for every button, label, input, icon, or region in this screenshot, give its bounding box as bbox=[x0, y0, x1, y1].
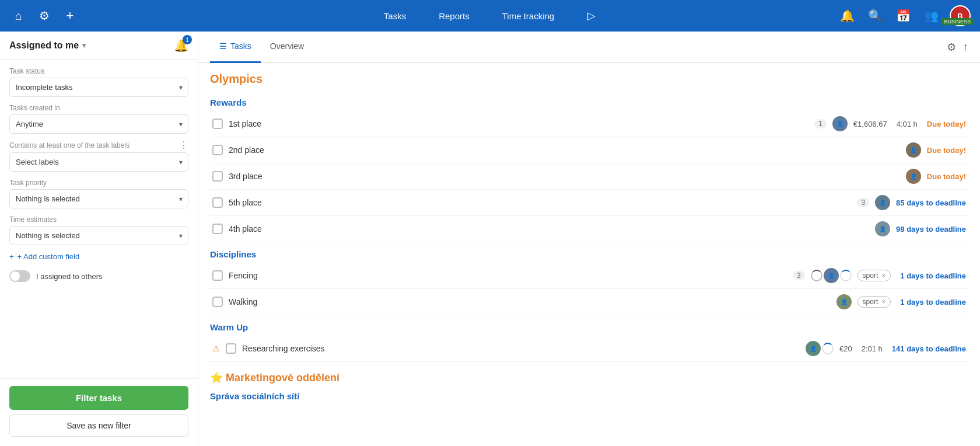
notifications-icon[interactable]: 🔔 bbox=[838, 6, 856, 25]
labels-label: Contains at least one of the task labels bbox=[9, 141, 130, 149]
avatar: 👤 bbox=[875, 195, 890, 210]
table-row[interactable]: 3rd place 👤 Due today! bbox=[210, 163, 968, 190]
task-name: 3rd place bbox=[229, 172, 900, 181]
task-deadline: 85 days to deadline bbox=[896, 198, 966, 207]
task-meta: sport × 1 days to deadline bbox=[858, 270, 966, 281]
task-checkbox[interactable] bbox=[212, 197, 223, 208]
calendar-icon[interactable]: 📅 bbox=[894, 6, 912, 25]
tasks-created-label: Tasks created in bbox=[9, 104, 188, 112]
avatar: 👤 bbox=[875, 221, 890, 236]
task-meta: 98 days to deadline bbox=[896, 225, 966, 234]
notification-badge: 1 bbox=[183, 35, 192, 44]
top-navigation: ⌂ ⚙ + Tasks Reports Time tracking ▷ 🔔 🔍 … bbox=[0, 0, 980, 32]
table-row[interactable]: Fencing 3 👤 sport × 1 days to deadline bbox=[210, 263, 968, 289]
task-avatars: 👤 bbox=[906, 142, 921, 158]
add-icon[interactable]: + bbox=[61, 6, 79, 25]
priority-select-wrap: Nothing is selected Low Medium High ▾ bbox=[9, 189, 188, 208]
task-name: 4th place bbox=[229, 224, 869, 234]
tasks-created-select-wrap: Anytime Today This week This month ▾ bbox=[9, 114, 188, 134]
time-select[interactable]: Nothing is selected bbox=[9, 226, 188, 245]
table-row[interactable]: ⚠ Researching exercises 👤 €20 2:01 h 141… bbox=[210, 336, 968, 362]
nav-projects[interactable]: Tasks bbox=[379, 9, 411, 23]
task-name: Fencing bbox=[229, 271, 787, 280]
settings-icon[interactable]: ⚙ bbox=[35, 6, 54, 25]
task-avatars: 👤 bbox=[832, 116, 848, 131]
task-checkbox[interactable] bbox=[212, 224, 223, 234]
task-time: 4:01 h bbox=[897, 120, 918, 128]
task-meta: €20 2:01 h 141 days to deadline bbox=[839, 344, 966, 353]
table-row[interactable]: 5th place 3 👤 85 days to deadline bbox=[210, 190, 968, 216]
task-count: 1 bbox=[814, 119, 827, 128]
group-warm-up: Warm Up bbox=[210, 315, 968, 336]
users-icon[interactable]: 👥 bbox=[922, 6, 940, 25]
task-count: 3 bbox=[857, 198, 869, 207]
task-avatars: 👤 bbox=[806, 341, 834, 356]
task-name: Walking bbox=[229, 297, 831, 306]
task-name: 1st place bbox=[229, 119, 808, 128]
task-deadline: Due today! bbox=[927, 146, 966, 155]
assigned-to-me-title[interactable]: Assigned to me ▾ bbox=[9, 40, 86, 51]
remove-tag-icon[interactable]: × bbox=[881, 298, 886, 306]
task-price: €20 bbox=[839, 344, 852, 353]
sidebar-title-text: Assigned to me bbox=[9, 40, 79, 51]
chevron-down-icon: ▾ bbox=[82, 41, 86, 50]
task-name: Researching exercises bbox=[242, 344, 800, 353]
sidebar-footer: Filter tasks Save as new filter bbox=[0, 378, 198, 446]
tab-tasks[interactable]: ☰ Tasks bbox=[210, 32, 261, 63]
priority-label: Task priority bbox=[9, 179, 188, 187]
task-count: 3 bbox=[793, 271, 805, 280]
table-row[interactable]: 4th place 👤 98 days to deadline bbox=[210, 216, 968, 242]
task-status-select[interactable]: Incomplete tasks Complete tasks All task… bbox=[9, 78, 188, 97]
task-name: 5th place bbox=[229, 198, 851, 207]
assigned-to-others-toggle[interactable] bbox=[9, 270, 30, 282]
avatar: 👤 bbox=[832, 116, 848, 131]
remove-tag-icon[interactable]: × bbox=[881, 271, 886, 280]
task-meta: 85 days to deadline bbox=[896, 198, 966, 207]
tasks-created-select[interactable]: Anytime Today This week This month bbox=[9, 114, 188, 134]
nav-reports[interactable]: Reports bbox=[434, 9, 474, 23]
task-deadline: 141 days to deadline bbox=[892, 344, 966, 353]
save-as-new-filter-button[interactable]: Save as new filter bbox=[9, 414, 188, 437]
task-deadline: 1 days to deadline bbox=[900, 271, 966, 280]
task-checkbox[interactable] bbox=[212, 145, 223, 155]
task-time: 2:01 h bbox=[862, 344, 883, 353]
task-checkbox[interactable] bbox=[212, 297, 223, 307]
spin-icon bbox=[811, 270, 822, 281]
notification-bell[interactable]: 🔔 1 bbox=[174, 39, 188, 53]
tab-overview[interactable]: Overview bbox=[261, 32, 313, 63]
table-row[interactable]: 1st place 1 👤 €1,606.67 4:01 h Due today… bbox=[210, 111, 968, 137]
group-rewards: Rewards bbox=[210, 90, 968, 111]
search-icon[interactable]: 🔍 bbox=[866, 6, 884, 25]
settings-icon[interactable]: ⚙ bbox=[947, 41, 956, 54]
filter-tasks-button[interactable]: Filter tasks bbox=[9, 386, 188, 410]
more-options-icon[interactable]: ⋮ bbox=[179, 141, 188, 150]
toggle-row: I assigned to others bbox=[9, 266, 188, 287]
task-checkbox[interactable] bbox=[212, 119, 223, 129]
task-deadline: 98 days to deadline bbox=[896, 225, 966, 234]
avatar: 👤 bbox=[836, 294, 852, 309]
sidebar-header: Assigned to me ▾ 🔔 1 bbox=[0, 32, 198, 60]
task-deadline: Due today! bbox=[927, 172, 966, 181]
add-custom-field-button[interactable]: + + Add custom field bbox=[9, 248, 188, 266]
task-avatars: 👤 bbox=[836, 294, 852, 309]
table-row[interactable]: Walking 👤 sport × 1 days to deadline bbox=[210, 289, 968, 315]
labels-select[interactable]: Select labels bbox=[9, 152, 188, 172]
task-checkbox[interactable] bbox=[226, 343, 236, 354]
task-deadline: Due today! bbox=[927, 120, 966, 128]
play-icon[interactable]: ▷ bbox=[582, 6, 601, 25]
sport-tag: sport × bbox=[858, 270, 891, 281]
home-icon[interactable]: ⌂ bbox=[9, 6, 28, 25]
table-row[interactable]: 2nd place 👤 Due today! bbox=[210, 137, 968, 163]
task-checkbox[interactable] bbox=[212, 270, 223, 281]
project-olympics: Olympics bbox=[210, 63, 968, 90]
sidebar: Assigned to me ▾ 🔔 1 Task status Incompl… bbox=[0, 32, 198, 446]
toggle-label: I assigned to others bbox=[36, 272, 102, 281]
priority-select[interactable]: Nothing is selected Low Medium High bbox=[9, 189, 188, 208]
avatar[interactable]: B BUSINESS bbox=[950, 5, 971, 26]
task-checkbox[interactable] bbox=[212, 171, 223, 182]
task-list: Olympics Rewards 1st place 1 👤 €1,606.67… bbox=[198, 63, 980, 446]
share-icon[interactable]: ↑ bbox=[963, 41, 968, 53]
nav-time-tracking[interactable]: Time tracking bbox=[498, 9, 559, 23]
sidebar-scroll-area: Task status Incomplete tasks Complete ta… bbox=[0, 60, 198, 378]
task-avatars: 👤 bbox=[811, 268, 852, 283]
